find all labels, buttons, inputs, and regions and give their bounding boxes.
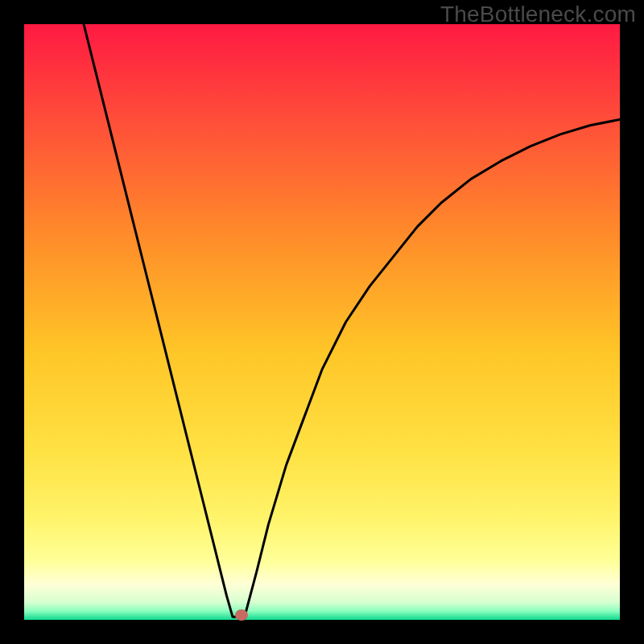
chart-frame: TheBottleneck.com bbox=[0, 0, 644, 644]
plot-svg bbox=[24, 24, 620, 620]
gradient-background bbox=[24, 24, 620, 620]
plot-area bbox=[24, 24, 620, 620]
minimum-marker bbox=[235, 609, 248, 621]
